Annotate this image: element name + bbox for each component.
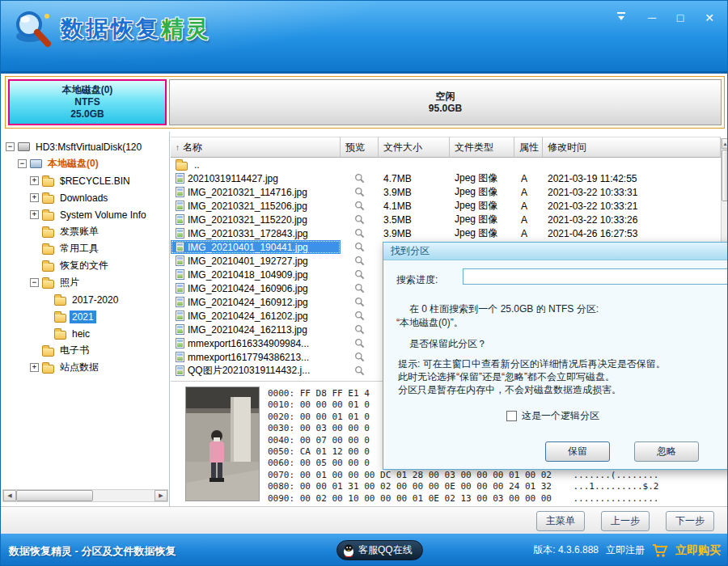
partition-block-free-space[interactable]: 空闲 95.0GB xyxy=(169,79,722,125)
column-header-size[interactable]: 文件大小 xyxy=(379,137,450,158)
preview-magnifier-button[interactable] xyxy=(341,283,379,294)
file-attr: A xyxy=(514,187,543,198)
file-attr: A xyxy=(514,201,543,212)
file-row[interactable]: 20210319114427.jpg4.7MBJpeg 图像A2021-03-1… xyxy=(171,171,721,185)
dialog-question: 是否保留此分区？ xyxy=(409,337,487,351)
preview-magnifier-button[interactable] xyxy=(341,269,379,281)
collapse-icon[interactable]: − xyxy=(6,142,15,151)
ignore-button[interactable]: 忽略 xyxy=(634,441,699,462)
preview-magnifier-button[interactable] xyxy=(341,338,379,349)
buy-now-link[interactable]: 立即购买 xyxy=(675,543,721,558)
preview-magnifier-button[interactable] xyxy=(341,365,379,377)
tree-item[interactable]: 恢复的文件 xyxy=(2,257,168,274)
partition-block-local-disk[interactable]: 本地磁盘(0) NTFS 25.0GB xyxy=(8,79,167,125)
column-header-name[interactable]: ↑名称 xyxy=(171,137,341,158)
expand-icon[interactable]: + xyxy=(30,210,39,219)
preview-magnifier-button[interactable] xyxy=(341,352,379,363)
expand-icon[interactable]: + xyxy=(30,176,39,185)
free-space-size: 95.0GB xyxy=(429,103,462,115)
collapse-icon[interactable]: − xyxy=(30,278,39,287)
tree-item[interactable]: 常用工具 xyxy=(2,240,168,257)
file-row[interactable]: IMG_20210331_172843.jpg3.9MBJpeg 图像A2021… xyxy=(171,226,721,240)
tree-item-label: 恢复的文件 xyxy=(57,258,111,273)
tree-item[interactable]: +站点数据 xyxy=(2,359,168,376)
tree-horizontal-scrollbar[interactable]: ◀ ▶ xyxy=(2,489,168,502)
magnifier-icon xyxy=(354,324,365,335)
preview-magnifier-button[interactable] xyxy=(341,256,379,267)
previous-step-button[interactable]: 上一步 xyxy=(601,511,650,531)
column-header-attr[interactable]: 属性 xyxy=(514,137,543,158)
file-name: IMG_20210424_160912.jpg xyxy=(188,297,308,308)
checkbox-label: 这是一个逻辑分区 xyxy=(522,409,599,423)
file-row[interactable]: IMG_20210321_115220.jpg3.5MBJpeg 图像A2021… xyxy=(171,213,721,226)
column-header-preview[interactable]: 预览 xyxy=(341,137,379,158)
image-file-icon xyxy=(176,352,184,362)
filelist-header: ↑名称 预览 文件大小 文件类型 属性 修改时间 xyxy=(171,137,721,158)
expand-icon[interactable]: + xyxy=(30,193,39,202)
tree-item[interactable]: 2021 xyxy=(2,308,168,325)
scroll-right-icon[interactable]: ▶ xyxy=(154,490,167,501)
tree-item[interactable]: +System Volume Info xyxy=(2,206,168,223)
image-file-icon xyxy=(176,228,184,239)
minimize-icon[interactable]: ─ xyxy=(648,11,656,25)
collapse-icon[interactable]: − xyxy=(18,159,27,168)
tree-item[interactable]: 电子书 xyxy=(2,342,168,359)
maximize-icon[interactable]: □ xyxy=(677,11,684,25)
qq-support-badge[interactable]: 客服QQ在线 xyxy=(336,540,423,560)
dialog-message-line2: “本地磁盘(0)”。 xyxy=(396,316,463,330)
preview-magnifier-button[interactable] xyxy=(341,228,379,239)
preview-magnifier-button[interactable] xyxy=(341,324,379,336)
magnifier-icon xyxy=(354,201,365,211)
register-link[interactable]: 立即注册 xyxy=(606,543,645,557)
file-name: .. xyxy=(194,159,200,171)
image-file-icon xyxy=(176,173,184,184)
main-menu-button[interactable]: 主菜单 xyxy=(536,511,585,531)
scroll-left-icon[interactable]: ◀ xyxy=(3,490,16,501)
folder-icon xyxy=(42,195,54,204)
file-type: Jpeg 图像 xyxy=(450,185,514,199)
column-header-type[interactable]: 文件类型 xyxy=(450,137,514,158)
cart-icon[interactable] xyxy=(652,543,668,558)
preview-magnifier-button[interactable] xyxy=(341,173,379,184)
keep-button[interactable]: 保留 xyxy=(545,441,610,462)
tree-item[interactable]: heic xyxy=(2,325,168,342)
dialog-title[interactable]: 找到分区 xyxy=(383,243,728,260)
tree-item-label: 2021 xyxy=(70,310,96,323)
preview-magnifier-button[interactable] xyxy=(341,187,379,198)
preview-magnifier-button[interactable] xyxy=(341,310,379,322)
expand-icon[interactable]: + xyxy=(30,363,39,372)
folder-up-icon xyxy=(176,162,188,171)
checkbox-box[interactable] xyxy=(506,411,517,421)
tree-item[interactable]: −照片 xyxy=(2,274,168,291)
close-icon[interactable]: ✕ xyxy=(705,11,714,25)
file-row[interactable]: IMG_20210321_115206.jpg4.1MBJpeg 图像A2021… xyxy=(171,199,721,213)
file-row[interactable]: IMG_20210321_114716.jpg3.9MBJpeg 图像A2021… xyxy=(171,185,721,199)
preview-magnifier-button[interactable] xyxy=(341,297,379,308)
file-name: IMG_20210401_192727.jpg xyxy=(188,256,308,267)
tree-item[interactable]: 发票账单 xyxy=(2,223,168,240)
tree-item[interactable]: 2017-2020 xyxy=(2,291,168,308)
tree-item[interactable]: −HD3:MsftVirtualDisk(120 xyxy=(2,138,168,155)
hide-window-icon[interactable] xyxy=(616,11,627,25)
next-step-button[interactable]: 下一步 xyxy=(666,511,714,531)
scroll-up-icon[interactable]: ▲ xyxy=(722,138,728,149)
tree-item-label: Downloads xyxy=(57,192,110,205)
app-title: 数据恢复精灵 xyxy=(61,7,211,51)
file-name-cell: IMG_20210321_115206.jpg xyxy=(171,199,341,213)
column-header-mtime[interactable]: 修改时间 xyxy=(543,137,721,158)
preview-magnifier-button[interactable] xyxy=(341,214,379,226)
tree-item[interactable]: +$RECYCLE.BIN xyxy=(2,172,168,189)
scrollbar-thumb[interactable] xyxy=(722,150,728,201)
tree-item-label: 本地磁盘(0) xyxy=(45,156,101,171)
tree-item-label: 电子书 xyxy=(57,343,91,358)
tree-item[interactable]: +Downloads xyxy=(2,189,168,206)
scrollbar-track[interactable] xyxy=(16,490,154,501)
preview-magnifier-button[interactable] xyxy=(341,242,379,253)
scrollbar-thumb[interactable] xyxy=(16,490,93,501)
logical-partition-checkbox[interactable]: 这是一个逻辑分区 xyxy=(506,409,599,423)
tree-item[interactable]: −本地磁盘(0) xyxy=(2,155,168,172)
partition-size: 25.0GB xyxy=(70,108,104,120)
preview-magnifier-button[interactable] xyxy=(341,201,379,212)
hex-line: 0090: 00 02 00 10 00 00 00 01 0E 02 13 0… xyxy=(268,493,658,505)
file-row[interactable]: .. xyxy=(171,158,721,171)
